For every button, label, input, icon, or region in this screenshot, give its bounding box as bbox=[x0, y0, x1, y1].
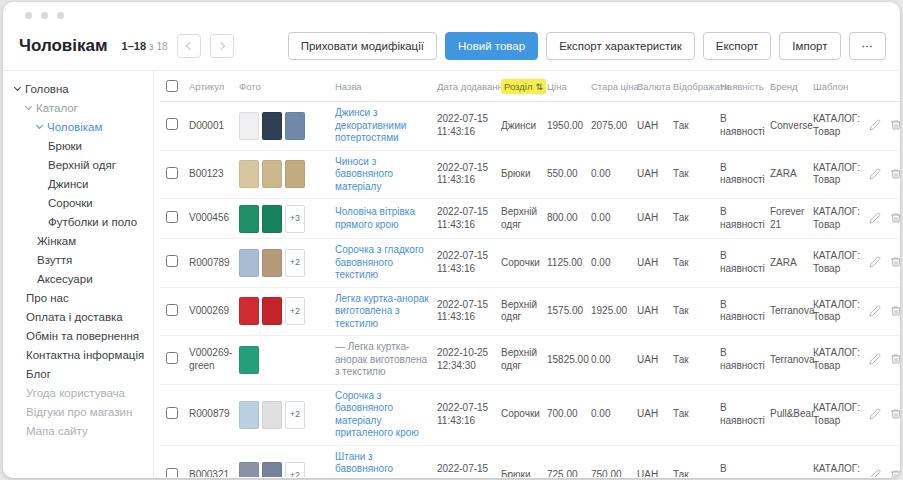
product-name-link[interactable]: Сорочка з гладкого бавовняного текстилю bbox=[335, 244, 424, 280]
edit-icon[interactable] bbox=[867, 303, 883, 319]
product-thumbnail[interactable] bbox=[262, 462, 282, 478]
column-header-old-price[interactable]: Стара ціна bbox=[588, 71, 634, 102]
sidebar-item-shoes[interactable]: Взуття bbox=[9, 250, 153, 269]
product-thumbnail[interactable] bbox=[262, 249, 282, 277]
export-characteristics-button[interactable]: Експорт характеристик bbox=[546, 32, 695, 60]
sidebar-item-blog[interactable]: Блог bbox=[9, 364, 153, 383]
main-area: ГоловнаКаталогЧоловікамБрюкиВерхній одяг… bbox=[3, 70, 900, 477]
product-name-link[interactable]: — Легка куртка-анорак виготовлена з текс… bbox=[335, 341, 427, 377]
edit-icon[interactable] bbox=[867, 467, 883, 477]
new-product-button[interactable]: Новий товар bbox=[445, 32, 538, 60]
delete-icon[interactable] bbox=[888, 254, 900, 270]
product-name-link[interactable]: Чоловіча вітрівка прямого крою bbox=[335, 206, 415, 230]
import-button[interactable]: Імпорт bbox=[779, 32, 840, 60]
sidebar-item-user-agreement[interactable]: Угода користувача bbox=[9, 383, 153, 402]
row-checkbox[interactable] bbox=[166, 352, 178, 364]
toolbar-actions: Приховати модифікаціїНовий товарЕкспорт … bbox=[288, 32, 886, 60]
sidebar-item-contacts[interactable]: Контактна інформація bbox=[9, 345, 153, 364]
column-header-availability[interactable]: Наявність bbox=[717, 71, 767, 102]
product-name-link[interactable]: Джинси з декоративними потертостями bbox=[335, 107, 406, 143]
export-button[interactable]: Експорт bbox=[703, 32, 772, 60]
delete-icon[interactable] bbox=[888, 117, 900, 133]
product-thumbnail[interactable] bbox=[262, 160, 282, 188]
product-thumbnail[interactable] bbox=[239, 249, 259, 277]
sidebar-item-sitemap[interactable]: Мапа сайту bbox=[9, 421, 153, 440]
sidebar-item-men[interactable]: Чоловікам bbox=[9, 117, 153, 136]
row-checkbox[interactable] bbox=[166, 304, 178, 316]
delete-icon[interactable] bbox=[888, 166, 900, 182]
hide-modifications-button[interactable]: Приховати модифікації bbox=[288, 32, 437, 60]
product-thumbnail[interactable] bbox=[239, 160, 259, 188]
more-photos-badge[interactable]: +2 bbox=[285, 249, 305, 277]
availability-cell: В наявності bbox=[717, 239, 767, 288]
delete-icon[interactable] bbox=[888, 351, 900, 367]
sidebar-item-home[interactable]: Головна bbox=[9, 79, 153, 98]
sidebar-item-accessories[interactable]: Аксесуари bbox=[9, 269, 153, 288]
delete-icon[interactable] bbox=[888, 210, 900, 226]
edit-icon[interactable] bbox=[867, 117, 883, 133]
row-checkbox[interactable] bbox=[166, 118, 178, 130]
edit-icon[interactable] bbox=[867, 166, 883, 182]
chevron-left-icon bbox=[185, 42, 193, 50]
row-checkbox[interactable] bbox=[166, 211, 178, 223]
sidebar-item-store-reviews[interactable]: Відгуки про магазин bbox=[9, 402, 153, 421]
product-thumbnail[interactable] bbox=[262, 112, 282, 140]
column-header-display[interactable]: Відображати bbox=[670, 71, 717, 102]
sidebar-item-women[interactable]: Жінкам bbox=[9, 231, 153, 250]
sidebar-item-outerwear[interactable]: Верхній одяг bbox=[9, 155, 153, 174]
product-name-link[interactable]: Штани з бавовняного матеріалу прямого кр… bbox=[335, 451, 422, 478]
column-header-brand[interactable]: Бренд bbox=[767, 71, 810, 102]
product-thumbnail[interactable] bbox=[262, 205, 282, 233]
edit-icon[interactable] bbox=[867, 254, 883, 270]
row-checkbox[interactable] bbox=[166, 167, 178, 179]
product-thumbnail[interactable] bbox=[239, 462, 259, 478]
thumbnails bbox=[239, 112, 329, 140]
column-header-section[interactable]: Розділ⇅ bbox=[498, 71, 544, 102]
product-thumbnail[interactable] bbox=[285, 112, 305, 140]
product-thumbnail[interactable] bbox=[239, 401, 259, 429]
more-actions-button[interactable]: ⋯ bbox=[849, 32, 887, 60]
sidebar-item-pants[interactable]: Брюки bbox=[9, 136, 153, 155]
row-checkbox[interactable] bbox=[166, 255, 178, 267]
product-thumbnail[interactable] bbox=[239, 297, 259, 325]
currency-cell: UAH bbox=[634, 384, 670, 445]
product-name-link[interactable]: Легка куртка-анорак виготовлена з тексти… bbox=[335, 293, 429, 329]
delete-icon[interactable] bbox=[888, 467, 900, 477]
edit-icon[interactable] bbox=[867, 351, 883, 367]
prev-page-button[interactable] bbox=[177, 34, 201, 58]
delete-icon[interactable] bbox=[888, 303, 900, 319]
product-name-link[interactable]: Сорочка з бавовняного матеріалу притален… bbox=[335, 390, 419, 439]
select-all-checkbox[interactable] bbox=[166, 80, 178, 92]
product-thumbnail[interactable] bbox=[285, 160, 305, 188]
product-thumbnail[interactable] bbox=[239, 112, 259, 140]
sidebar-item-tshirts-polo[interactable]: Футболки и поло bbox=[9, 212, 153, 231]
column-header-currency[interactable]: Валюта bbox=[634, 71, 670, 102]
sidebar-item-jeans[interactable]: Джинси bbox=[9, 174, 153, 193]
edit-icon[interactable] bbox=[867, 406, 883, 422]
column-header-artikul[interactable]: Артикул bbox=[186, 71, 236, 102]
column-header-date-added[interactable]: Дата додавання bbox=[434, 71, 498, 102]
sidebar-item-catalog[interactable]: Каталог bbox=[9, 98, 153, 117]
more-photos-badge[interactable]: +3 bbox=[285, 205, 305, 233]
product-thumbnail[interactable] bbox=[239, 346, 259, 374]
more-photos-badge[interactable]: +2 bbox=[285, 401, 305, 429]
column-header-name[interactable]: Назва bbox=[332, 71, 434, 102]
column-header-template[interactable]: Шаблон bbox=[810, 71, 864, 102]
sidebar-item-exchange-return[interactable]: Обмін та повернення bbox=[9, 326, 153, 345]
sidebar-item-about[interactable]: Про нас bbox=[9, 288, 153, 307]
more-photos-badge[interactable]: +2 bbox=[285, 462, 305, 478]
more-photos-badge[interactable]: +2 bbox=[285, 297, 305, 325]
row-checkbox[interactable] bbox=[166, 468, 178, 477]
product-name-link[interactable]: Чиноси з бавовняного матеріалу bbox=[335, 156, 393, 192]
delete-icon[interactable] bbox=[888, 406, 900, 422]
sidebar-item-shirts[interactable]: Сорочки bbox=[9, 193, 153, 212]
product-thumbnail[interactable] bbox=[262, 401, 282, 429]
sidebar-item-payment-delivery[interactable]: Оплата і доставка bbox=[9, 307, 153, 326]
edit-icon[interactable] bbox=[867, 210, 883, 226]
product-thumbnail[interactable] bbox=[262, 297, 282, 325]
column-header-photo[interactable]: Фото bbox=[236, 71, 332, 102]
row-checkbox[interactable] bbox=[166, 407, 178, 419]
next-page-button[interactable] bbox=[210, 34, 234, 58]
product-thumbnail[interactable] bbox=[239, 205, 259, 233]
column-header-price[interactable]: Ціна bbox=[544, 71, 588, 102]
